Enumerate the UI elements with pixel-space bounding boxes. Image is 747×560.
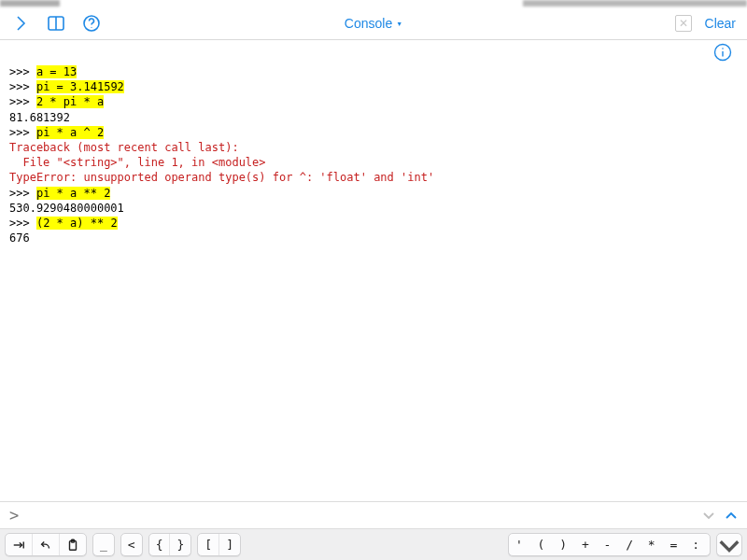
brace-open-key[interactable]: { bbox=[149, 534, 170, 555]
svg-point-5 bbox=[722, 48, 724, 49]
console-line: Traceback (most recent call last): bbox=[9, 140, 738, 155]
console-output: >>> a = 13>>> pi = 3.141592>>> 2 * pi * … bbox=[0, 64, 747, 475]
info-bar bbox=[0, 40, 747, 64]
tab-key[interactable] bbox=[6, 534, 32, 555]
bracket-open-key[interactable]: [ bbox=[198, 534, 218, 555]
chevron-down-icon: ▼ bbox=[396, 21, 402, 27]
underscore-key[interactable]: _ bbox=[93, 534, 114, 555]
title-dropdown[interactable]: Console ▼ bbox=[345, 16, 402, 31]
key-group-brackets: [ ] bbox=[197, 533, 241, 556]
toolbar: Console ▼ ✕ Clear bbox=[0, 7, 747, 40]
clear-button[interactable]: Clear bbox=[705, 16, 736, 31]
status-bar bbox=[0, 0, 747, 7]
less-than-key[interactable]: < bbox=[121, 534, 142, 555]
console-line: >>> pi = 3.141592 bbox=[9, 79, 738, 94]
key-group-braces: { } bbox=[148, 533, 192, 556]
history-down-icon[interactable] bbox=[702, 509, 715, 522]
console-line: >>> 2 * pi * a bbox=[9, 94, 738, 109]
operators-label: ' ( ) + - / * = : bbox=[509, 534, 710, 555]
forward-icon[interactable] bbox=[11, 14, 30, 33]
console-line: >>> pi * a ^ 2 bbox=[9, 125, 738, 140]
console-input-row[interactable]: > bbox=[0, 501, 747, 529]
dismiss-keyboard-key[interactable] bbox=[716, 533, 742, 556]
undo-key[interactable] bbox=[32, 534, 59, 555]
console-line: 676 bbox=[9, 231, 738, 245]
paste-key[interactable] bbox=[59, 534, 86, 555]
input-prompt: > bbox=[9, 506, 19, 525]
console-line: >>> a = 13 bbox=[9, 64, 738, 79]
brace-close-key[interactable]: } bbox=[169, 534, 190, 555]
key-group-underscore: _ bbox=[92, 533, 115, 556]
console-line: 530.9290480000001 bbox=[9, 201, 738, 216]
close-icon[interactable]: ✕ bbox=[675, 15, 692, 32]
console-line: TypeError: unsupported operand type(s) f… bbox=[9, 170, 738, 185]
key-group-left bbox=[5, 533, 87, 556]
help-icon[interactable] bbox=[82, 14, 101, 33]
key-group-angle: < bbox=[120, 533, 143, 556]
history-up-icon[interactable] bbox=[725, 509, 738, 522]
info-icon[interactable] bbox=[713, 43, 732, 62]
console-line: 81.681392 bbox=[9, 110, 738, 125]
console-line: >>> (2 * a) ** 2 bbox=[9, 216, 738, 231]
panels-icon[interactable] bbox=[47, 14, 65, 33]
bracket-close-key[interactable]: ] bbox=[218, 534, 240, 555]
title-label: Console bbox=[345, 16, 392, 31]
console-line: File "<string>", line 1, in <module> bbox=[9, 155, 738, 170]
key-group-operators[interactable]: ' ( ) + - / * = : bbox=[508, 533, 711, 556]
keyboard-accessory: _ < { } [ ] ' ( ) + - / * = : bbox=[0, 529, 747, 560]
console-line: >>> pi * a ** 2 bbox=[9, 186, 738, 201]
svg-point-3 bbox=[91, 26, 92, 27]
